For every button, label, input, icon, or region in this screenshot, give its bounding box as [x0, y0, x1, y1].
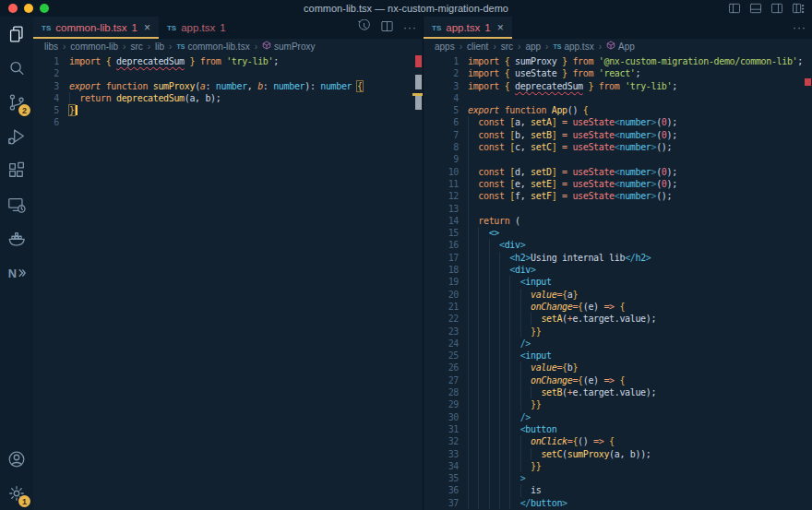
code-token: = — [556, 117, 572, 127]
toggle-secondary-sidebar-icon[interactable] — [770, 2, 783, 15]
code-token: value — [531, 362, 556, 373]
activity-remote-explorer-icon[interactable] — [0, 187, 33, 221]
code-line-31[interactable]: 31<button — [424, 423, 812, 435]
indent-guide — [489, 472, 490, 484]
code-line-2[interactable]: 2import { useState } from 'react'; — [424, 67, 812, 79]
breadcrumb-item-apps[interactable]: apps — [435, 42, 455, 52]
code-line-25[interactable]: 25<input — [424, 350, 812, 362]
tab-app.tsx[interactable]: TSapp.tsx1 — [159, 17, 234, 39]
code-line-37[interactable]: 37</button> — [424, 497, 812, 509]
tab-app.tsx[interactable]: TSapp.tsx1× — [424, 17, 512, 39]
breadcrumb-separator: › — [169, 42, 172, 52]
code-line-4[interactable]: 4 — [424, 92, 812, 104]
code-line-1[interactable]: 1import { deprecatedSum } from 'try-lib'… — [33, 55, 423, 67]
code-line-34[interactable]: 34}} — [424, 460, 812, 472]
code-token: ); — [646, 314, 656, 324]
code-line-3[interactable]: 3import { deprecatedSum } from 'try-lib'… — [424, 80, 812, 92]
code-line-18[interactable]: 18<div> — [424, 264, 812, 276]
indent-guide — [499, 374, 500, 386]
code-line-23[interactable]: 23}} — [424, 326, 812, 338]
close-icon[interactable]: × — [497, 22, 504, 33]
breadcrumb-item-App[interactable]: App — [606, 41, 635, 52]
code-line-32[interactable]: 32onClick={() => { — [424, 435, 812, 447]
breadcrumb-item-sumProxy[interactable]: sumProxy — [262, 41, 315, 52]
breadcrumb-item-app.tsx[interactable]: TSapp.tsx — [553, 42, 593, 52]
code-token: onClick — [531, 436, 567, 446]
split-editor-icon[interactable] — [380, 19, 394, 37]
activity-explorer-icon[interactable] — [0, 17, 33, 51]
timeline-icon[interactable] — [357, 19, 371, 37]
code-line-12[interactable]: 12const [f, setF] = useState<number>(); — [424, 190, 812, 202]
code-line-3[interactable]: 3export function sumProxy(a: number, b: … — [33, 80, 423, 92]
code-line-4[interactable]: 4return deprecatedSum(a, b); — [33, 92, 423, 104]
breadcrumb-item-lib[interactable]: lib — [155, 42, 164, 52]
code-line-13[interactable]: 13 — [424, 203, 812, 215]
zoom-button[interactable] — [40, 4, 49, 13]
activity-docker-icon[interactable] — [0, 221, 33, 255]
indent-guide — [489, 252, 490, 264]
code-line-2[interactable]: 2 — [33, 67, 423, 79]
code-line-5[interactable]: 5} — [33, 104, 423, 116]
indent-guide — [468, 252, 469, 264]
code-line-30[interactable]: 30/> — [424, 411, 812, 423]
minimize-button[interactable] — [24, 4, 33, 13]
toggle-primary-sidebar-icon[interactable] — [728, 2, 741, 15]
code-line-10[interactable]: 10const [d, setD] = useState<number>(0); — [424, 166, 812, 178]
breadcrumb-item-client[interactable]: client — [467, 42, 488, 52]
code-line-28[interactable]: 28setB(+e.target.value); — [424, 386, 812, 398]
activity-search-icon[interactable] — [0, 51, 33, 85]
code-line-22[interactable]: 22setA(+e.target.value); — [424, 313, 812, 325]
activity-run-debug-icon[interactable] — [0, 119, 33, 153]
toggle-panel-icon[interactable] — [749, 2, 762, 15]
code-line-8[interactable]: 8const [c, setC] = useState<number>(); — [424, 141, 812, 153]
indent-guide — [531, 313, 531, 325]
code-line-27[interactable]: 27onChange={(e) => { — [424, 374, 812, 386]
code-line-29[interactable]: 29}} — [424, 398, 812, 410]
code-line-14[interactable]: 14return ( — [424, 215, 812, 227]
code-line-7[interactable]: 7const [b, setB] = useState<number>(0); — [424, 129, 812, 141]
code-token: setD — [531, 167, 552, 177]
breadcrumb-item-common-lib.tsx[interactable]: TScommon-lib.tsx — [176, 42, 249, 52]
breadcrumb-item-libs[interactable]: libs — [44, 42, 58, 52]
code-editor-left[interactable]: 1import { deprecatedSum } from 'try-lib'… — [33, 53, 423, 129]
breadcrumb-item-src[interactable]: src — [501, 42, 513, 52]
activity-accounts-icon[interactable] — [0, 442, 33, 476]
customize-layout-icon[interactable] — [792, 2, 805, 15]
code-line-5[interactable]: 5export function App() { — [424, 104, 812, 116]
close-button[interactable] — [8, 4, 18, 13]
breadcrumb-label: common-lib — [70, 42, 118, 52]
code-token: ; — [273, 56, 279, 66]
code-line-24[interactable]: 24/> — [424, 338, 812, 350]
code-line-9[interactable]: 9 — [424, 153, 812, 165]
code-token: function — [505, 105, 552, 115]
tab-common-lib.tsx[interactable]: TScommon-lib.tsx1× — [33, 17, 159, 39]
activity-settings-icon[interactable]: 1 — [0, 476, 33, 510]
code-line-16[interactable]: 16<div> — [424, 239, 812, 251]
close-icon[interactable]: × — [144, 22, 150, 33]
breadcrumb-item-common-lib[interactable]: common-lib — [70, 42, 118, 52]
indent-guide — [468, 435, 469, 447]
code-line-19[interactable]: 19<input — [424, 276, 812, 288]
code-line-1[interactable]: 1import { sumProxy } from '@nx-custom-mi… — [424, 55, 812, 67]
breadcrumb-item-app[interactable]: app — [525, 42, 541, 52]
activity-extensions-icon[interactable] — [0, 153, 33, 187]
line-number: 4 — [424, 92, 459, 104]
code-line-33[interactable]: 33setC(sumProxy(a, b)); — [424, 448, 812, 460]
code-line-6[interactable]: 6const [a, setA] = useState<number>(0); — [424, 116, 812, 128]
breadcrumb-item-src[interactable]: src — [130, 42, 142, 52]
code-line-21[interactable]: 21onChange={(e) => { — [424, 301, 812, 313]
code-line-36[interactable]: 36is — [424, 484, 812, 496]
code-line-11[interactable]: 11const [e, setE] = useState<number>(0); — [424, 178, 812, 190]
more-icon[interactable]: ··· — [403, 21, 417, 34]
more-icon[interactable]: ··· — [793, 21, 806, 34]
code-line-20[interactable]: 20value={a} — [424, 289, 812, 301]
code-token: }} — [531, 461, 541, 471]
code-line-17[interactable]: 17<h2>Using internal lib</h2> — [424, 252, 812, 264]
code-editor-right[interactable]: 1import { sumProxy } from '@nx-custom-mi… — [424, 53, 812, 509]
code-line-26[interactable]: 26value={b} — [424, 362, 812, 374]
code-line-35[interactable]: 35> — [424, 472, 812, 484]
code-line-15[interactable]: 15<> — [424, 227, 812, 239]
activity-nx-console-icon[interactable]: N — [0, 255, 33, 290]
activity-source-control-icon[interactable]: 2 — [0, 85, 33, 119]
code-line-6[interactable]: 6 — [33, 116, 423, 128]
